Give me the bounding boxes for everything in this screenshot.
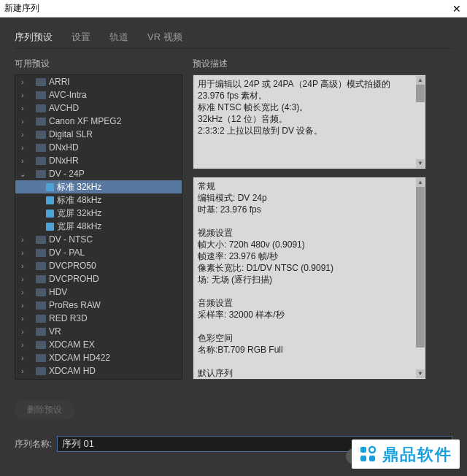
tree-item-label: AVCHD [49, 103, 79, 113]
details-line: 默认序列 [198, 367, 421, 379]
tree-folder[interactable]: ⌄DV - 24P [15, 167, 182, 180]
preset-icon [46, 223, 54, 231]
watermark-text: 鼎品软件 [382, 444, 452, 466]
scroll-down-icon[interactable]: ▼ [416, 159, 425, 168]
watermark: 鼎品软件 [352, 439, 460, 469]
tabs: 序列预设 设置 轨道 VR 视频 [15, 31, 452, 49]
chevron-right-icon[interactable]: › [18, 131, 27, 139]
tree-preset[interactable]: 标准 32kHz [15, 180, 182, 193]
chevron-right-icon[interactable]: › [18, 262, 27, 270]
chevron-right-icon[interactable]: › [18, 302, 27, 310]
tree-folder[interactable]: ›HDV [15, 285, 182, 299]
chevron-right-icon[interactable]: › [18, 328, 27, 336]
sequence-name-label: 序列名称: [15, 438, 57, 450]
details-line: 总视频轨道数: 3 [198, 379, 421, 380]
details-line: 时基: 23.976 fps [198, 204, 421, 215]
folder-icon [36, 78, 46, 86]
preset-icon [46, 210, 54, 218]
scrollbar-thumb[interactable] [416, 187, 425, 348]
folder-icon [36, 249, 46, 257]
tree-folder[interactable]: ›Canon XF MPEG2 [15, 115, 182, 128]
tree-item-label: DNxHD [49, 142, 79, 153]
tree-folder[interactable]: ›DNxHR [15, 154, 182, 167]
tree-folder[interactable]: ›DV - NTSC [15, 233, 182, 246]
details-line [198, 215, 421, 227]
folder-icon [36, 118, 46, 126]
chevron-right-icon[interactable]: › [18, 367, 27, 375]
chevron-right-icon[interactable]: › [18, 118, 27, 126]
tab-vr-video[interactable]: VR 视频 [147, 31, 182, 44]
tree-item-label: XDCAM HD [49, 366, 96, 376]
tree-folder[interactable]: ›RED R3D [15, 312, 182, 325]
scroll-up-icon[interactable]: ▲ [416, 76, 425, 85]
tree-folder[interactable]: ›DVCPROHD [15, 272, 182, 285]
tree-item-label: DV - 24P [49, 169, 85, 179]
chevron-right-icon[interactable]: › [18, 288, 27, 296]
description-line: 标准 NTSC 帧长宽比 (4:3)。 [198, 101, 421, 113]
tree-item-label: XDCAM HD422 [49, 353, 110, 363]
tab-sequence-presets[interactable]: 序列预设 [15, 31, 53, 44]
chevron-down-icon[interactable]: ⌄ [18, 170, 27, 178]
watermark-icon [359, 445, 378, 464]
details-line [198, 320, 421, 332]
chevron-right-icon[interactable]: › [18, 236, 27, 244]
chevron-right-icon[interactable]: › [18, 157, 27, 165]
tree-item-label: ProRes RAW [49, 300, 101, 310]
folder-icon [36, 341, 46, 349]
details-line: 帧大小: 720h 480v (0.9091) [198, 239, 421, 250]
tree-folder[interactable]: ›XDCAM HD [15, 364, 182, 377]
chevron-right-icon[interactable]: › [18, 354, 27, 362]
chevron-right-icon[interactable]: › [18, 315, 27, 323]
tree-item-label: HDV [49, 287, 67, 297]
tree-folder[interactable]: ›ARRI [15, 75, 182, 88]
tree-folder[interactable]: ›XDCAM HD422 [15, 351, 182, 364]
tree-item-label: DNxHR [49, 156, 79, 166]
tree-preset[interactable]: 宽屏 32kHz [15, 207, 182, 220]
tree-item-label: 宽屏 48kHz [57, 220, 101, 233]
chevron-right-icon[interactable]: › [18, 104, 27, 112]
chevron-right-icon[interactable]: › [18, 275, 27, 283]
description-line: 2:3:3:2 上拉以回放到 DV 设备。 [198, 125, 421, 137]
scroll-down-icon[interactable]: ▼ [416, 369, 425, 378]
chevron-right-icon[interactable]: › [18, 144, 27, 152]
tree-folder[interactable]: ›DNxHD [15, 141, 182, 154]
folder-icon [36, 275, 46, 283]
close-icon[interactable]: ✕ [452, 3, 461, 15]
details-line: 音频设置 [198, 297, 421, 309]
tab-tracks[interactable]: 轨道 [109, 31, 128, 44]
chevron-right-icon[interactable]: › [18, 91, 27, 99]
chevron-right-icon[interactable]: › [18, 78, 27, 86]
tree-item-label: RED R3D [49, 313, 88, 323]
folder-icon [36, 328, 46, 336]
folder-icon [36, 131, 46, 139]
tree-item-label: VR [49, 326, 61, 337]
preset-icon [46, 196, 54, 204]
tree-item-label: DVCPRO50 [49, 261, 96, 271]
tree-folder[interactable]: ›AVC-Intra [15, 88, 182, 101]
tree-item-label: AVC-Intra [49, 90, 87, 100]
tree-folder[interactable]: ›DVCPRO50 [15, 259, 182, 272]
available-presets-label: 可用预设 [15, 58, 182, 70]
folder-icon [36, 91, 46, 99]
tree-folder[interactable]: ›XDCAM EX [15, 338, 182, 351]
tree-folder[interactable]: ›Digital SLR [15, 128, 182, 141]
folder-icon [36, 157, 46, 165]
details-line: 采样率: 32000 样本/秒 [198, 309, 421, 320]
tree-folder[interactable]: ›DV - PAL [15, 246, 182, 259]
tree-folder[interactable]: ›VR [15, 325, 182, 338]
tree-folder[interactable]: ›ProRes RAW [15, 299, 182, 312]
chevron-right-icon[interactable]: › [18, 341, 27, 349]
svg-rect-3 [369, 456, 375, 461]
tree-preset[interactable]: 标准 48kHz [15, 193, 182, 207]
preset-description-label: 预设描述 [193, 58, 426, 70]
tab-settings[interactable]: 设置 [72, 31, 90, 44]
tree-preset[interactable]: 宽屏 48kHz [15, 220, 182, 233]
scrollbar-thumb[interactable] [416, 85, 425, 102]
tree-folder[interactable]: ›AVCHD [15, 101, 182, 115]
titlebar: 新建序列 ✕ [0, 0, 467, 18]
scroll-up-icon[interactable]: ▲ [416, 178, 425, 187]
folder-icon [36, 354, 46, 362]
folder-icon [36, 144, 46, 152]
preset-tree[interactable]: ›ARRI›AVC-Intra›AVCHD›Canon XF MPEG2›Dig… [15, 74, 182, 380]
chevron-right-icon[interactable]: › [18, 249, 27, 257]
